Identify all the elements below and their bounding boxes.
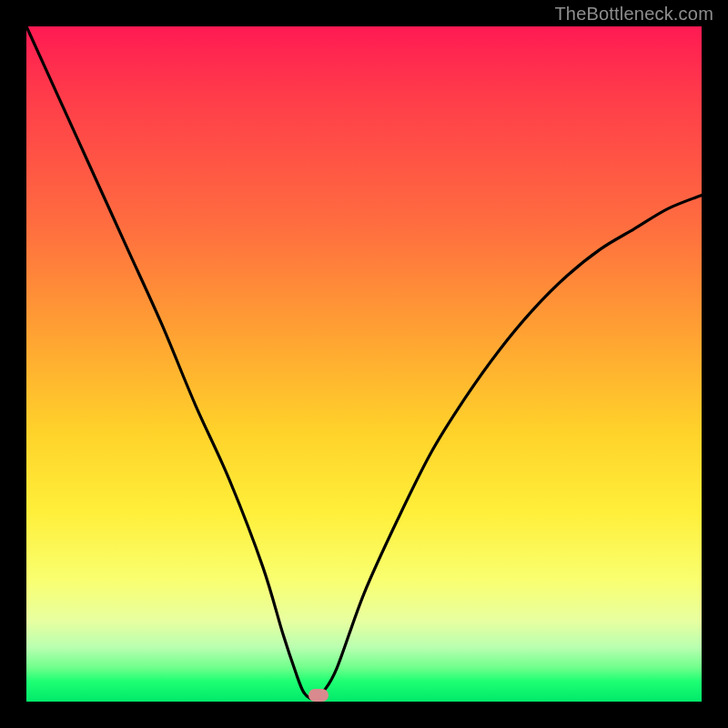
chart-frame: TheBottleneck.com: [0, 0, 728, 728]
watermark-text: TheBottleneck.com: [554, 4, 713, 25]
plot-area: [26, 26, 702, 702]
bottleneck-curve: [26, 26, 702, 702]
optimum-marker: [308, 689, 329, 702]
